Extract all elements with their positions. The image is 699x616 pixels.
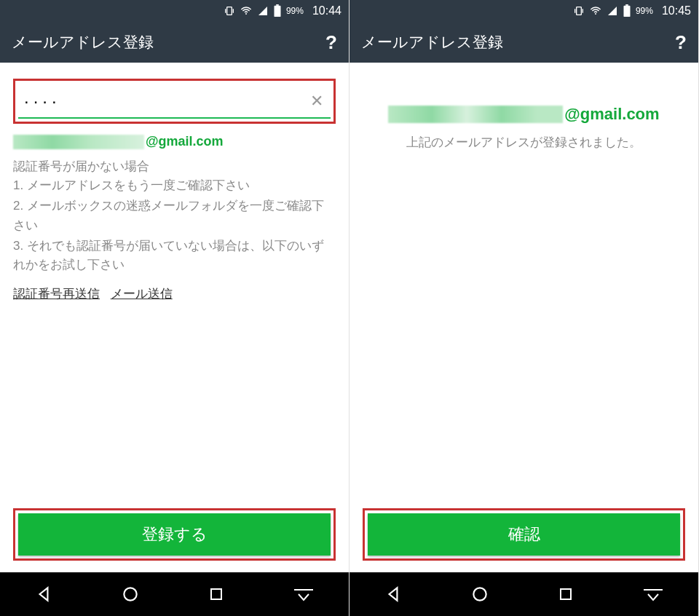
confirmation-message: 上記のメールアドレスが登録されました。 [363,134,685,151]
app-header: メールアドレス登録 ? [350,22,698,63]
spacer [13,302,336,508]
battery-percent: 99% [286,6,304,16]
help-item-1: 1. メールアドレスをもう一度ご確認下さい [13,176,336,195]
back-icon[interactable] [34,585,53,604]
android-nav-bar [350,572,698,616]
code-input-highlight: ···· ✕ [13,79,336,124]
home-icon[interactable] [470,585,489,604]
registered-email: @gmail.com [13,134,336,149]
svg-rect-13 [623,6,630,17]
back-icon[interactable] [384,585,403,604]
signal-icon [257,5,269,17]
battery-percent: 99% [636,6,653,16]
svg-point-3 [245,13,247,15]
email-local-redacted [13,135,144,149]
ime-toggle-icon[interactable] [293,585,315,603]
svg-rect-5 [276,4,279,6]
screen-left: 99% 10:44 メールアドレス登録 ? ···· ✕ @gmail.com … [0,0,350,616]
help-icon[interactable]: ? [675,31,687,54]
content-area: @gmail.com 上記のメールアドレスが登録されました。 確認 [350,63,698,572]
signal-icon [607,5,618,17]
recent-icon[interactable] [208,585,225,603]
wifi-icon [589,5,602,17]
status-bar: 99% 10:44 [0,0,349,22]
android-nav-bar [0,572,349,616]
status-bar: 99% 10:45 [350,0,698,22]
help-heading: 認証番号が届かない場合 [13,158,336,175]
svg-rect-9 [577,7,582,15]
confirm-button[interactable]: 確認 [368,513,680,556]
clock: 10:45 [662,4,691,17]
confirmation-block: @gmail.com 上記のメールアドレスが登録されました。 [363,105,685,151]
page-title: メールアドレス登録 [361,32,503,52]
battery-icon [273,4,282,17]
content-area: ···· ✕ @gmail.com 認証番号が届かない場合 1. メールアドレス… [0,63,349,572]
page-title: メールアドレス登録 [12,32,154,52]
email-domain: @gmail.com [564,105,659,124]
vibrate-icon [573,5,585,17]
svg-rect-0 [227,7,232,15]
svg-point-15 [473,588,486,600]
help-item-3: 3. それでも認証番号が届いていない場合は、以下のいずれかをお試し下さい [13,237,336,275]
wifi-icon [240,5,253,17]
svg-rect-16 [561,589,571,599]
send-mail-link[interactable]: メール送信 [111,287,173,301]
battery-icon [623,4,631,17]
svg-rect-14 [625,4,628,6]
code-input-value[interactable]: ···· [21,91,306,111]
registered-email: @gmail.com [363,105,685,124]
help-icon[interactable]: ? [325,31,337,54]
recent-icon[interactable] [557,585,574,603]
ime-toggle-icon[interactable] [642,585,664,603]
svg-point-6 [124,588,136,600]
svg-rect-4 [274,6,280,17]
email-local-redacted [388,106,563,123]
clear-input-icon[interactable]: ✕ [306,92,328,111]
resend-code-link[interactable]: 認証番号再送信 [13,287,100,301]
clock: 10:44 [312,4,341,17]
vibrate-icon [224,5,235,17]
primary-button-highlight: 登録する [13,508,336,561]
email-domain: @gmail.com [146,134,224,149]
links-row: 認証番号再送信 メール送信 [13,285,336,302]
svg-point-12 [595,13,596,15]
spacer [363,151,685,508]
primary-button-highlight: 確認 [363,508,685,561]
svg-rect-7 [211,589,221,599]
register-button[interactable]: 登録する [18,513,331,556]
home-icon[interactable] [121,585,140,604]
app-header: メールアドレス登録 ? [0,22,349,63]
screen-right: 99% 10:45 メールアドレス登録 ? @gmail.com 上記のメールア… [350,0,699,616]
status-icons: 99% [224,4,304,17]
status-icons: 99% [573,4,653,17]
help-item-2: 2. メールボックスの迷惑メールフォルダを一度ご確認下さい [13,197,336,235]
code-input-row[interactable]: ···· ✕ [18,84,331,119]
